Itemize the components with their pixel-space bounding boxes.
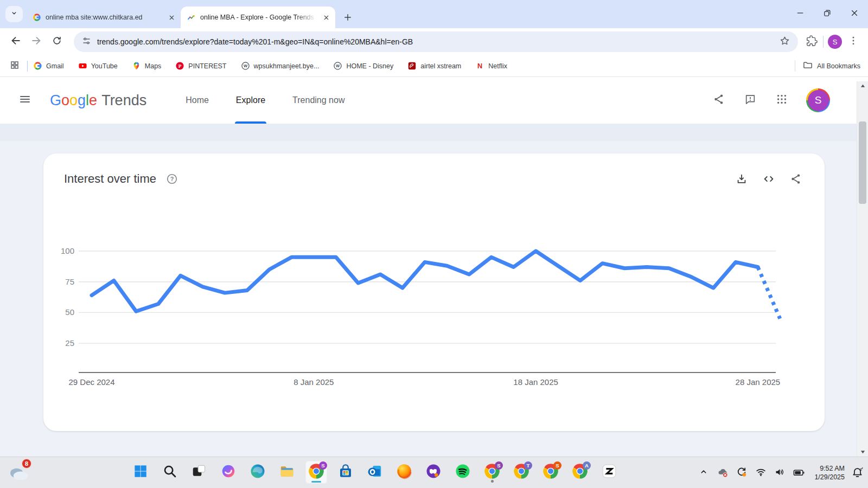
minimize-button[interactable] bbox=[787, 0, 814, 28]
bookmark-gmail[interactable]: Gmail bbox=[33, 61, 64, 70]
minimize-icon bbox=[795, 8, 805, 20]
bookmark-maps[interactable]: Maps bbox=[132, 61, 162, 70]
bookmark-youtube[interactable]: YouTube bbox=[78, 61, 118, 70]
tray-chevron-button[interactable] bbox=[697, 466, 710, 479]
interest-over-time-chart: 25507510029 Dec 20248 Jan 202518 Jan 202… bbox=[43, 153, 825, 431]
taskbar-spotify-button[interactable] bbox=[452, 461, 474, 484]
close-icon bbox=[850, 8, 859, 20]
url-text[interactable]: trends.google.com/trends/explore?date=to… bbox=[97, 37, 774, 46]
apps-grid-icon bbox=[776, 93, 788, 107]
profile-badge: S bbox=[319, 461, 327, 470]
tab-2[interactable]: online MBA - Explore - Google Trends bbox=[181, 7, 335, 28]
google-apps-button[interactable] bbox=[775, 93, 789, 107]
taskbar-capcut-button[interactable] bbox=[598, 461, 620, 484]
volume-button[interactable] bbox=[773, 466, 786, 479]
close-button[interactable] bbox=[841, 0, 868, 28]
taskbar-search-button[interactable] bbox=[159, 461, 181, 484]
back-button[interactable] bbox=[5, 31, 26, 52]
bookmark-label: Netflix bbox=[488, 62, 507, 70]
download-button[interactable] bbox=[736, 173, 748, 185]
nav-item-trending-now[interactable]: Trending now bbox=[292, 77, 344, 124]
window-controls bbox=[787, 0, 868, 28]
bookmark-airtel-xstream[interactable]: airtel xstream bbox=[407, 61, 461, 70]
system-tray: 9:52 AM 1/29/2025 zz bbox=[697, 457, 864, 488]
bookmark-pinterest[interactable]: PPINTEREST bbox=[175, 61, 226, 70]
bookmark-star-icon[interactable] bbox=[779, 35, 790, 49]
taskbar-firefox-button[interactable] bbox=[393, 461, 415, 484]
svg-text:25: 25 bbox=[65, 338, 74, 348]
chart-share-button[interactable] bbox=[790, 173, 802, 185]
feedback-button[interactable] bbox=[743, 93, 757, 107]
taskbar-clock[interactable]: 9:52 AM 1/29/2025 bbox=[814, 464, 845, 482]
tab-close-button[interactable] bbox=[321, 12, 331, 22]
taskbar-chrome-button[interactable]: T bbox=[510, 461, 532, 484]
reload-button[interactable] bbox=[47, 31, 67, 52]
main-menu-button[interactable] bbox=[14, 89, 36, 111]
page-scrollbar[interactable] bbox=[857, 81, 868, 457]
scroll-down-button[interactable] bbox=[857, 447, 868, 457]
file-explorer-icon bbox=[279, 463, 295, 481]
card-title: Interest over time bbox=[64, 172, 156, 186]
trends-favicon-icon bbox=[187, 13, 196, 22]
taskbar-edge-button[interactable] bbox=[247, 461, 269, 484]
profile-badge: S bbox=[553, 461, 561, 470]
battery-button[interactable] bbox=[792, 466, 805, 479]
taskbar-file-explorer-button[interactable] bbox=[276, 461, 298, 484]
taskbar-outlook-button[interactable] bbox=[364, 461, 386, 484]
taskbar-chrome-button[interactable]: A bbox=[569, 461, 591, 484]
weather-widget[interactable]: 8 bbox=[8, 461, 33, 485]
taskbar-start-button[interactable] bbox=[130, 461, 151, 484]
airtel-icon bbox=[407, 61, 417, 70]
taskbar-chrome-button[interactable]: S bbox=[305, 461, 327, 484]
browser-menu-button[interactable] bbox=[844, 33, 863, 51]
forward-button[interactable] bbox=[26, 31, 47, 52]
taskbar-copilot-button[interactable] bbox=[218, 461, 239, 484]
logo-trends-text: Trends bbox=[101, 92, 146, 109]
taskbar-chrome-button[interactable]: S bbox=[481, 461, 503, 484]
update-status[interactable] bbox=[735, 466, 748, 479]
maximize-button[interactable] bbox=[814, 0, 841, 28]
tab-close-button[interactable] bbox=[167, 12, 176, 22]
profile-badge: A bbox=[583, 461, 591, 470]
svg-text:75: 75 bbox=[65, 277, 74, 286]
kebab-menu-icon bbox=[848, 35, 859, 48]
header-share-button[interactable] bbox=[712, 93, 726, 107]
onedrive-status[interactable] bbox=[716, 466, 729, 479]
google-trends-logo[interactable]: Google Trends bbox=[50, 92, 146, 109]
nav-item-explore[interactable]: Explore bbox=[236, 77, 265, 124]
new-tab-button[interactable] bbox=[340, 9, 356, 25]
help-icon[interactable]: ? bbox=[166, 173, 178, 185]
wifi-button[interactable] bbox=[754, 466, 767, 479]
taskbar-mask-app-button[interactable] bbox=[423, 461, 444, 484]
all-bookmarks-label: All Bookmarks bbox=[817, 62, 860, 70]
scrollbar-thumb[interactable] bbox=[859, 121, 866, 204]
notification-bell-button[interactable]: zz bbox=[851, 466, 864, 479]
nav-item-home[interactable]: Home bbox=[186, 77, 209, 124]
weather-cloud-icon bbox=[8, 475, 29, 484]
embed-button[interactable] bbox=[763, 173, 775, 185]
youtube-icon bbox=[78, 61, 87, 70]
tab-search-button[interactable] bbox=[5, 6, 23, 22]
tab-1[interactable]: online mba site:www.chitkara.ed bbox=[26, 7, 181, 28]
taskbar-task-view-button[interactable] bbox=[188, 461, 210, 484]
search-icon bbox=[162, 463, 178, 481]
bookmark-wpsukhmanjeet-bye-[interactable]: Wwpsukhmanjeet.bye... bbox=[241, 61, 320, 70]
bookmark-home-disney[interactable]: WHOME - Disney bbox=[333, 61, 393, 70]
address-bar[interactable]: trends.google.com/trends/explore?date=to… bbox=[74, 31, 798, 52]
browser-profile-avatar[interactable]: S bbox=[826, 33, 844, 51]
bookmarks-apps-button[interactable] bbox=[8, 59, 22, 73]
taskbar-chrome-button[interactable]: S bbox=[540, 461, 561, 484]
spotify-icon bbox=[455, 463, 471, 481]
all-bookmarks-button[interactable]: All Bookmarks bbox=[795, 60, 860, 72]
trends-nav: HomeExploreTrending now bbox=[186, 77, 344, 124]
browser-toolbar: trends.google.com/trends/explore?date=to… bbox=[0, 28, 868, 55]
account-avatar[interactable]: S bbox=[806, 88, 830, 112]
scroll-up-button[interactable] bbox=[857, 81, 868, 91]
taskbar-store-button[interactable] bbox=[335, 461, 356, 484]
extensions-button[interactable] bbox=[802, 33, 821, 51]
bookmark-netflix[interactable]: NNetflix bbox=[475, 61, 507, 70]
site-info-icon[interactable] bbox=[81, 36, 92, 48]
svg-text:8 Jan 2025: 8 Jan 2025 bbox=[293, 377, 334, 387]
svg-text:W: W bbox=[336, 63, 340, 68]
wordpress-icon: W bbox=[333, 61, 342, 70]
